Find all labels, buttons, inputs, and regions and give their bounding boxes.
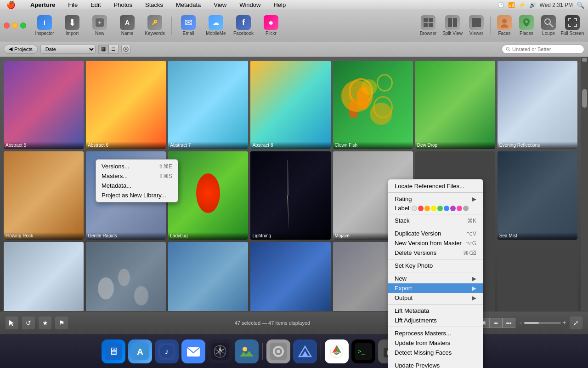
menu-delete-versions[interactable]: Delete Versions ⌘⌫ xyxy=(388,248,483,258)
submenu-masters[interactable]: Masters... ⇧⌘S xyxy=(96,171,178,181)
photo-clownfish[interactable]: Clown Fish xyxy=(333,61,413,149)
scroll-up-arrow[interactable] xyxy=(582,58,587,62)
mobileme-button[interactable]: ☁ MobileMe xyxy=(203,13,229,39)
star-button[interactable]: ★ xyxy=(39,316,51,329)
scrollbar[interactable] xyxy=(581,57,588,334)
sort-select[interactable]: Date Name Rating File Name xyxy=(40,45,96,54)
photo-abstract5[interactable]: Abstract 5 xyxy=(4,61,84,149)
fullscreen-button[interactable]: Full Screen xyxy=(560,13,584,39)
dock-mail[interactable] xyxy=(181,339,205,363)
menu-metadata[interactable]: Metadata xyxy=(173,0,204,10)
zoom-minus-icon[interactable]: − xyxy=(519,320,522,326)
import-button[interactable]: ⬇ Import xyxy=(59,13,85,39)
dock-iphoto[interactable] xyxy=(235,339,259,363)
viewer-button[interactable]: Viewer xyxy=(466,13,486,39)
menu-lift-metadata[interactable]: Lift Metadata xyxy=(388,306,483,316)
scroll-thumb[interactable] xyxy=(582,89,587,108)
dock-appstore[interactable]: A xyxy=(128,339,152,363)
menu-update-previews[interactable]: Update Previews xyxy=(388,361,483,368)
photo-sea-mist[interactable]: Sea Mist xyxy=(498,151,577,240)
menu-aperture[interactable]: Aperture xyxy=(28,0,58,10)
filter-button[interactable] xyxy=(121,45,130,54)
menu-output[interactable]: Output ▶ xyxy=(388,293,483,303)
label-dot-blue[interactable] xyxy=(444,206,449,211)
cursor-tool-button[interactable] xyxy=(6,316,18,329)
dual-view-button[interactable]: ▪▪ xyxy=(490,318,503,328)
menu-view[interactable]: View xyxy=(211,0,229,10)
dock-terminal[interactable]: >_ xyxy=(351,339,375,363)
photo-abstract6[interactable]: Abstract 6 xyxy=(86,61,166,149)
search-icon[interactable]: 🔍 xyxy=(577,1,584,9)
dock-finder[interactable]: 🖥 xyxy=(102,339,125,363)
menu-photos[interactable]: Photos xyxy=(111,0,135,10)
photo-ladybug[interactable]: Ladybug xyxy=(168,151,248,240)
loupe-button[interactable]: Loupe xyxy=(538,13,559,39)
fullscreen-toggle-button[interactable]: ⤢ xyxy=(570,316,582,329)
apple-menu[interactable]: 🍎 xyxy=(4,0,18,10)
flickr-button[interactable]: ● Flickr xyxy=(258,13,284,39)
facebook-button[interactable]: f Facebook xyxy=(231,13,256,39)
label-dot-yellow[interactable] xyxy=(431,206,436,211)
menu-stack[interactable]: Stack ⌘K xyxy=(388,216,483,225)
rotate-button[interactable]: ↺ xyxy=(22,316,35,329)
dock-aperture[interactable] xyxy=(208,339,232,363)
photo-dewdrop[interactable]: Dew Drop xyxy=(415,61,495,149)
photo-evening-reflections[interactable]: Evening Reflections xyxy=(498,61,577,149)
list-view-button[interactable]: ☰ xyxy=(108,45,119,54)
label-dot-orange[interactable] xyxy=(424,206,430,211)
label-dot-pink[interactable] xyxy=(457,206,462,211)
minimize-button[interactable] xyxy=(12,23,18,29)
menu-rating[interactable]: Rating ▶ xyxy=(388,194,483,204)
dock-itunes[interactable]: ♪ xyxy=(155,339,179,363)
menu-new[interactable]: New ▶ xyxy=(388,274,483,283)
label-dot-gray[interactable] xyxy=(463,206,469,211)
label-dot-green[interactable] xyxy=(437,206,443,211)
submenu-project-as-new-library[interactable]: Project as New Library... xyxy=(96,190,178,200)
label-dot-purple[interactable] xyxy=(450,206,456,211)
search-input[interactable] xyxy=(512,46,577,52)
menu-set-key-photo[interactable]: Set Key Photo xyxy=(388,261,483,270)
submenu-metadata[interactable]: Metadata... xyxy=(96,181,178,190)
dock-chrome[interactable] xyxy=(325,339,349,363)
menu-export[interactable]: Export ▶ xyxy=(388,283,483,293)
close-button[interactable] xyxy=(4,23,10,29)
dock-xcode[interactable] xyxy=(293,339,317,363)
maximize-button[interactable] xyxy=(20,23,26,29)
photo-lightning[interactable]: Lightning xyxy=(250,151,330,240)
dock-systemprefs[interactable] xyxy=(266,339,290,363)
grid-view-button[interactable]: ▦ xyxy=(98,45,108,54)
flag-button[interactable]: ⚑ xyxy=(55,316,68,329)
menu-help[interactable]: Help xyxy=(271,0,288,10)
splitview-button[interactable]: Split View xyxy=(441,13,464,39)
submenu-versions[interactable]: Versions... ⇧⌘E xyxy=(96,161,178,171)
faces-button[interactable]: Faces xyxy=(494,13,514,39)
new-button[interactable]: + New xyxy=(87,13,113,39)
menu-update-from-masters[interactable]: Update from Masters xyxy=(388,338,483,348)
back-button[interactable]: ◀ Projects xyxy=(4,45,38,54)
compare-view-button[interactable]: ▪▪▪ xyxy=(503,318,515,328)
menu-detect-missing-faces[interactable]: Detect Missing Faces xyxy=(388,348,483,357)
name-button[interactable]: A Name xyxy=(114,13,140,39)
menu-reprocess-masters[interactable]: Reprocess Masters... xyxy=(388,328,483,338)
places-button[interactable]: Places xyxy=(516,13,537,39)
photo-flowing-rock[interactable]: Flowing Rock xyxy=(4,151,84,240)
keywords-button[interactable]: 🔑 Keywords xyxy=(142,13,168,39)
inspector-button[interactable]: i Inspector xyxy=(32,13,57,39)
menu-new-version-from-master[interactable]: New Version from Master ⌥G xyxy=(388,238,483,248)
menu-stacks[interactable]: Stacks xyxy=(142,0,166,10)
menu-file[interactable]: File xyxy=(65,0,80,10)
photo-abstract7[interactable]: Abstract 7 xyxy=(168,61,248,149)
menu-lift-adjustments[interactable]: Lift Adjustments xyxy=(388,316,483,325)
label-dot-none[interactable] xyxy=(412,206,417,211)
faces-label: Faces xyxy=(498,31,510,36)
menu-duplicate-version[interactable]: Duplicate Version ⌥V xyxy=(388,229,483,238)
zoom-plus-icon[interactable]: + xyxy=(563,320,566,326)
zoom-slider[interactable] xyxy=(524,322,561,324)
label-dot-red[interactable] xyxy=(418,206,424,211)
menu-window[interactable]: Window xyxy=(237,0,263,10)
menu-edit[interactable]: Edit xyxy=(88,0,103,10)
email-button[interactable]: ✉ Email xyxy=(175,13,201,39)
browser-button[interactable]: Browser xyxy=(418,13,439,39)
photo-abstract8[interactable]: Abstract 8 xyxy=(250,61,330,149)
menu-locate-referenced[interactable]: Locate Referenced Files... xyxy=(388,181,483,191)
